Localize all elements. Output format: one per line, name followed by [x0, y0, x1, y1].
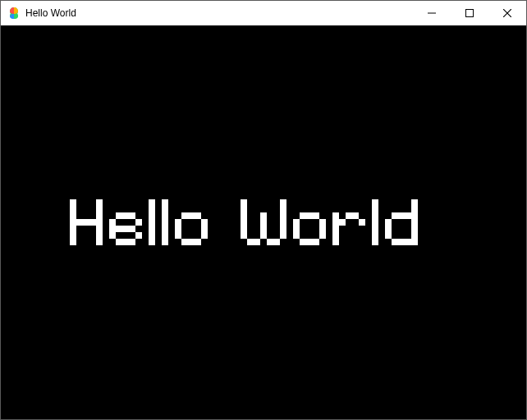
canvas-area: Hello World	[1, 25, 526, 419]
svg-rect-16	[181, 239, 201, 245]
maximize-button[interactable]	[451, 1, 488, 25]
svg-rect-9	[116, 239, 135, 245]
svg-rect-21	[267, 239, 280, 245]
svg-rect-29	[359, 219, 365, 226]
svg-rect-18	[280, 199, 286, 239]
svg-rect-5	[116, 212, 135, 219]
close-button[interactable]	[488, 1, 526, 25]
minimize-button[interactable]	[413, 1, 451, 25]
app-icon	[7, 7, 21, 20]
svg-rect-31	[411, 199, 418, 245]
svg-rect-33	[385, 219, 392, 239]
close-icon	[503, 9, 511, 17]
svg-rect-28	[346, 212, 359, 219]
svg-rect-4	[76, 219, 96, 226]
svg-rect-7	[135, 219, 142, 226]
svg-rect-15	[201, 219, 208, 239]
svg-rect-32	[392, 212, 411, 219]
svg-rect-2	[70, 199, 76, 245]
svg-rect-1	[466, 10, 474, 17]
titlebar: Hello World	[1, 1, 526, 25]
svg-rect-23	[293, 219, 300, 239]
svg-rect-3	[96, 199, 103, 245]
svg-rect-30	[372, 199, 378, 245]
svg-rect-13	[181, 212, 201, 219]
svg-rect-25	[300, 239, 319, 245]
svg-rect-12	[162, 199, 168, 245]
svg-rect-27	[339, 219, 346, 226]
app-window: Hello World Hello World	[0, 0, 527, 420]
svg-rect-19	[260, 212, 267, 239]
svg-rect-26	[332, 212, 339, 245]
rendered-text: Hello World	[70, 199, 457, 245]
svg-rect-6	[109, 219, 116, 239]
window-title: Hello World	[25, 7, 413, 19]
svg-rect-24	[319, 219, 326, 239]
svg-rect-0	[428, 13, 436, 14]
svg-rect-22	[300, 212, 319, 219]
maximize-icon	[465, 9, 474, 17]
svg-rect-14	[175, 219, 181, 239]
svg-rect-20	[247, 239, 260, 245]
minimize-icon	[428, 9, 436, 17]
svg-rect-17	[241, 199, 247, 239]
svg-rect-11	[149, 199, 155, 245]
svg-rect-34	[392, 239, 411, 245]
svg-rect-10	[135, 232, 142, 239]
window-controls	[413, 1, 526, 25]
svg-rect-8	[116, 226, 135, 232]
